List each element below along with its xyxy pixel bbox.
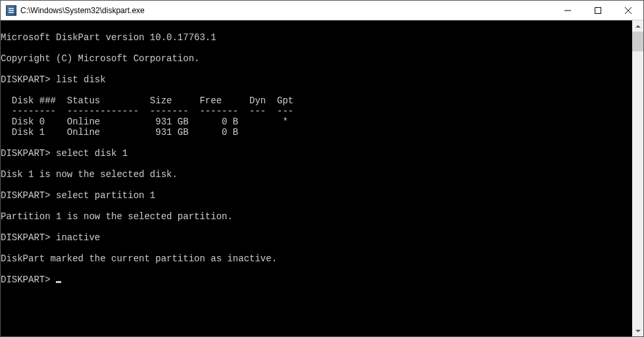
scroll-track[interactable]	[632, 32, 643, 325]
table-row: Disk 1 Online 931 GB 0 B	[1, 127, 238, 138]
console-line: Disk 1 is now the selected disk.	[1, 169, 178, 180]
console-output[interactable]: Microsoft DiskPart version 10.0.17763.1 …	[1, 20, 632, 336]
table-divider: -------- ------------- ------- ------- -…	[1, 106, 293, 117]
titlebar[interactable]: C:\Windows\System32\diskpart.exe	[1, 1, 643, 20]
console-wrapper: Microsoft DiskPart version 10.0.17763.1 …	[1, 20, 643, 336]
console-line: DISKPART> select disk 1	[1, 148, 128, 159]
vertical-scrollbar[interactable]	[632, 20, 643, 336]
console-line: Partition 1 is now the selected partitio…	[1, 211, 233, 222]
console-line: Microsoft DiskPart version 10.0.17763.1	[1, 32, 216, 43]
close-button[interactable]	[613, 1, 643, 20]
console-line: Copyright (C) Microsoft Corporation.	[1, 53, 199, 64]
console-line: DISKPART> inactive	[1, 232, 100, 243]
minimize-button[interactable]	[553, 1, 583, 20]
table-row: Disk 0 Online 931 GB 0 B *	[1, 117, 288, 127]
scroll-thumb[interactable]	[632, 32, 643, 51]
svg-rect-1	[595, 7, 601, 13]
console-line: DISKPART> list disk	[1, 74, 106, 85]
window-title: C:\Windows\System32\diskpart.exe	[20, 6, 553, 15]
console-line: DiskPart marked the current partition as…	[1, 253, 277, 264]
svg-marker-5	[635, 330, 641, 332]
table-header: Disk ### Status Size Free Dyn Gpt	[1, 95, 293, 106]
window-controls	[553, 1, 643, 20]
scroll-up-arrow[interactable]	[632, 20, 643, 32]
maximize-button[interactable]	[583, 1, 613, 20]
svg-marker-4	[635, 25, 641, 28]
console-prompt: DISKPART>	[1, 274, 56, 285]
console-line: DISKPART> select partition 1	[1, 190, 155, 201]
app-icon	[6, 5, 16, 16]
cursor	[56, 281, 61, 283]
scroll-down-arrow[interactable]	[632, 325, 643, 336]
